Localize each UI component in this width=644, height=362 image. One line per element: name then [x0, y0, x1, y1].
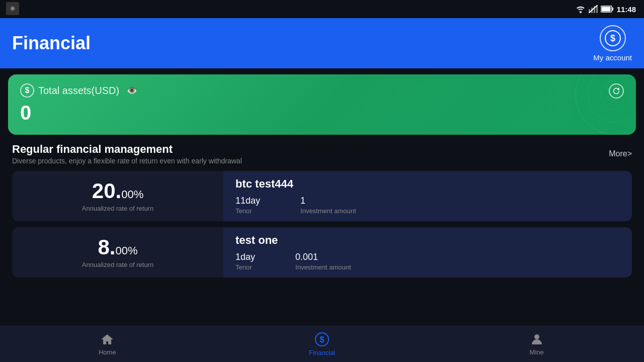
product-rate-1: 20.00% Annualized rate of return [12, 171, 223, 221]
section-header: Regular financial management Diverse pro… [12, 143, 632, 165]
status-bar: 11:48 [0, 0, 644, 18]
status-icons: 11:48 [576, 5, 636, 14]
assets-card: $ $ Total assets(USD) 👁️ 0 [8, 74, 636, 135]
dollar-circle-icon: $ [314, 332, 330, 347]
product-detail-2: test one 1day Tenor 0.001 Investment amo… [223, 227, 632, 278]
status-time: 11:48 [617, 5, 636, 14]
my-account-icon: $ [600, 25, 626, 51]
tenor-value-2: 1day [235, 252, 255, 262]
nav-label-mine: Mine [530, 348, 544, 356]
investment-label-2: Investment amount [295, 263, 351, 271]
assets-dollar-icon: $ [20, 83, 34, 98]
rate-value-2: 8.00% [98, 237, 137, 258]
product-row[interactable]: 20.00% Annualized rate of return btc tes… [12, 171, 632, 221]
investment-group-1: 1 Investment amount [300, 196, 356, 215]
assets-bg-decoration: $ [535, 74, 636, 135]
tenor-label-1: Tenor [235, 207, 260, 215]
tenor-value-1: 11day [235, 196, 260, 206]
svg-text:$: $ [319, 335, 325, 344]
product-meta-2: 1day Tenor 0.001 Investment amount [235, 252, 620, 271]
product-rate-2: 8.00% Annualized rate of return [12, 227, 223, 278]
section-title-group: Regular financial management Diverse pro… [12, 143, 242, 165]
rate-label-2: Annualized rate of return [82, 261, 153, 268]
assets-value: 0 [20, 102, 624, 124]
product-name-2: test one [235, 234, 620, 247]
photo-icon [6, 2, 19, 17]
svg-text:$: $ [610, 33, 615, 43]
refresh-button[interactable] [609, 83, 624, 99]
investment-group-2: 0.001 Investment amount [295, 252, 351, 271]
tenor-group-1: 11day Tenor [235, 196, 260, 215]
rate-value-1: 20.00% [92, 180, 143, 202]
section-title: Regular financial management [12, 143, 242, 156]
home-icon [100, 332, 114, 346]
wifi-icon [576, 5, 586, 13]
more-link[interactable]: More> [609, 149, 632, 158]
my-account-label: My account [593, 53, 632, 62]
rate-label-1: Annualized rate of return [82, 205, 153, 212]
product-row-2[interactable]: 8.00% Annualized rate of return test one… [12, 227, 632, 278]
product-meta-1: 11day Tenor 1 Investment amount [235, 196, 620, 215]
investment-label-1: Investment amount [300, 207, 356, 215]
person-icon [530, 332, 544, 346]
assets-title: Total assets(USD) [38, 85, 119, 97]
tenor-label-2: Tenor [235, 263, 255, 271]
page-title: Financial [12, 33, 91, 54]
nav-item-financial[interactable]: $ Financial [215, 332, 430, 356]
nav-label-home: Home [99, 348, 116, 356]
section-subtitle: Diverse products, enjoy a flexible rate … [12, 157, 242, 165]
products-list: 20.00% Annualized rate of return btc tes… [12, 171, 632, 278]
nav-item-mine[interactable]: Mine [429, 332, 644, 356]
tenor-group-2: 1day Tenor [235, 252, 255, 271]
svg-point-1 [11, 7, 14, 10]
header: Financial $ My account [0, 18, 644, 68]
product-detail-1: btc test444 11day Tenor 1 Investment amo… [223, 171, 632, 221]
assets-title-row: $ Total assets(USD) 👁️ [20, 83, 624, 98]
svg-rect-9 [612, 8, 613, 11]
bottom-nav: Home $ Financial Mine [0, 326, 644, 362]
investment-value-1: 1 [300, 196, 356, 206]
investment-value-2: 0.001 [295, 252, 351, 262]
battery-icon [601, 6, 614, 13]
signal-icon [589, 5, 598, 13]
visibility-toggle[interactable]: 👁️ [126, 85, 137, 96]
svg-point-18 [534, 334, 539, 339]
nav-item-home[interactable]: Home [0, 332, 215, 356]
nav-label-financial: Financial [309, 349, 335, 356]
my-account-button[interactable]: $ My account [593, 25, 632, 62]
main-content: Regular financial management Diverse pro… [0, 135, 644, 278]
svg-rect-8 [601, 7, 610, 12]
product-name-1: btc test444 [235, 177, 620, 191]
